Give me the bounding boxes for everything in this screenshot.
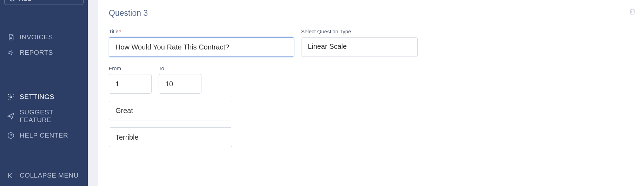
- sidebar-filter-label: ALL: [19, 0, 32, 2]
- title-label-text: Title: [109, 28, 119, 34]
- svg-point-0: [10, 96, 12, 98]
- sidebar-filter-all[interactable]: ALL: [4, 0, 84, 5]
- svg-point-2: [11, 137, 11, 137]
- sidebar-item-suggest-feature[interactable]: SUGGEST FEATURE: [0, 105, 88, 128]
- sidebar-item-label: REPORTS: [20, 49, 53, 57]
- row-from-to: From To: [109, 65, 547, 94]
- title-input[interactable]: [109, 37, 294, 57]
- title-label: Title*: [109, 28, 294, 34]
- sidebar-item-label: SETTINGS: [20, 93, 54, 101]
- sidebar-group-secondary: SETTINGS SUGGEST FEATURE HELP CENTER: [0, 89, 88, 143]
- field-to: To: [159, 65, 201, 94]
- from-label: From: [109, 65, 152, 71]
- sidebar: ALL INVOICES REPORTS SETTINGS SUGGE: [0, 0, 88, 186]
- sidebar-item-label: SUGGEST FEATURE: [20, 108, 81, 124]
- field-from: From: [109, 65, 152, 94]
- sidebar-item-collapse[interactable]: COLLAPSE MENU: [0, 168, 88, 183]
- question-heading: Question 3: [109, 8, 547, 18]
- to-input[interactable]: [159, 74, 201, 94]
- sidebar-group-primary: INVOICES REPORTS: [0, 29, 88, 60]
- sidebar-item-help-center[interactable]: HELP CENTER: [0, 128, 88, 143]
- paper-plane-icon: [7, 112, 15, 120]
- field-low-label: [109, 101, 547, 120]
- row-title-type: Title* Select Question Type Linear Scale: [109, 28, 547, 57]
- sidebar-item-settings[interactable]: SETTINGS: [0, 89, 88, 105]
- required-asterisk: *: [119, 28, 121, 34]
- question-card: Question 3 Title* Select Question Type L…: [98, 0, 644, 186]
- to-label: To: [159, 65, 201, 71]
- circle-icon: [9, 0, 15, 1]
- main-area: Question 3 Title* Select Question Type L…: [88, 0, 644, 186]
- question-type-select[interactable]: Linear Scale: [301, 37, 418, 57]
- high-label-input[interactable]: [109, 127, 232, 147]
- gear-icon: [7, 93, 15, 101]
- invoice-icon: [7, 33, 15, 41]
- sidebar-item-label: COLLAPSE MENU: [20, 172, 79, 179]
- sidebar-item-label: HELP CENTER: [20, 132, 68, 139]
- field-title: Title*: [109, 28, 294, 57]
- field-high-label: [109, 127, 547, 147]
- type-label: Select Question Type: [301, 28, 418, 34]
- megaphone-icon: [7, 49, 15, 57]
- sidebar-group-footer: COLLAPSE MENU: [0, 168, 88, 183]
- question-type-value: Linear Scale: [308, 42, 347, 50]
- delete-question-button[interactable]: [629, 8, 636, 15]
- sidebar-item-invoices[interactable]: INVOICES: [0, 29, 88, 45]
- field-question-type: Select Question Type Linear Scale: [301, 28, 418, 57]
- sidebar-item-reports[interactable]: REPORTS: [0, 45, 88, 60]
- from-input[interactable]: [109, 74, 152, 94]
- collapse-icon: [7, 172, 15, 179]
- help-icon: [7, 132, 15, 139]
- low-label-input[interactable]: [109, 101, 232, 120]
- sidebar-item-label: INVOICES: [20, 33, 53, 41]
